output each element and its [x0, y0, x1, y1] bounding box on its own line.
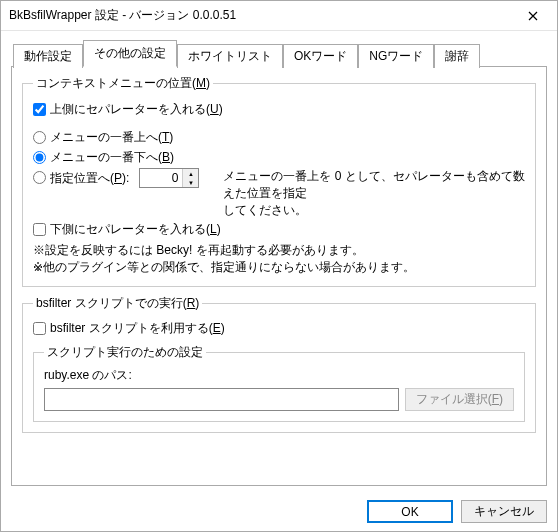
ruby-path-label: ruby.exe のパス:	[44, 367, 514, 384]
close-button[interactable]	[510, 1, 555, 30]
radio-menu-top[interactable]	[33, 131, 46, 144]
ok-button[interactable]: OK	[367, 500, 453, 523]
label-menu-bottom: メニューの一番下へ(B)	[50, 149, 174, 166]
checkbox-upper-separator[interactable]	[33, 103, 46, 116]
tab-page-other-settings: コンテキストメニューの位置(M) 上側にセパレーターを入れる(U) メニューの一…	[11, 66, 547, 486]
close-icon	[528, 11, 538, 21]
tab-strip: 動作設定 その他の設定 ホワイトリスト OKワード NGワード 謝辞	[13, 39, 547, 66]
checkbox-use-bsfilter-script[interactable]	[33, 322, 46, 335]
label-specified-position: 指定位置へ(P):	[50, 170, 129, 187]
tab-thanks[interactable]: 謝辞	[434, 44, 480, 68]
tab-ok-word[interactable]: OKワード	[283, 44, 358, 68]
position-spinner-down[interactable]: ▼	[183, 178, 198, 187]
label-upper-separator: 上側にセパレーターを入れる(U)	[50, 101, 223, 118]
group-script-exec-legend: スクリプト実行のための設定	[44, 344, 206, 361]
position-spinner-up[interactable]: ▲	[183, 169, 198, 178]
browse-file-button[interactable]: ファイル選択(F)	[405, 388, 514, 411]
tab-other-settings[interactable]: その他の設定	[83, 40, 177, 67]
label-menu-top: メニューの一番上へ(T)	[50, 129, 173, 146]
label-lower-separator: 下側にセパレーターを入れる(L)	[50, 221, 221, 238]
position-hint: メニューの一番上を 0 として、セパレーターも含めて数えた位置を指定 してくださ…	[223, 168, 525, 218]
tab-ng-word[interactable]: NGワード	[358, 44, 434, 68]
dialog-body: 動作設定 その他の設定 ホワイトリスト OKワード NGワード 謝辞 コンテキス…	[1, 31, 557, 492]
label-use-bsfilter-script: bsfilter スクリプトを利用する(E)	[50, 320, 225, 337]
cancel-button[interactable]: キャンセル	[461, 500, 547, 523]
checkbox-lower-separator[interactable]	[33, 223, 46, 236]
radio-specified-position[interactable]	[33, 171, 46, 184]
group-context-legend: コンテキストメニューの位置(M)	[33, 75, 213, 92]
dialog-window: BkBsfilWrapper 設定 - バージョン 0.0.0.51 動作設定 …	[0, 0, 558, 532]
titlebar: BkBsfilWrapper 設定 - バージョン 0.0.0.51	[1, 1, 557, 31]
dialog-footer: OK キャンセル	[1, 492, 557, 531]
position-spinner-input[interactable]	[140, 169, 182, 187]
group-script-legend: bsfilter スクリプトでの実行(R)	[33, 295, 202, 312]
group-script-exec-settings: スクリプト実行のための設定 ruby.exe のパス: ファイル選択(F)	[33, 344, 525, 422]
tab-whitelist[interactable]: ホワイトリスト	[177, 44, 283, 68]
position-spinner: ▲ ▼	[139, 168, 199, 188]
window-title: BkBsfilWrapper 設定 - バージョン 0.0.0.51	[9, 7, 510, 24]
context-note: ※設定を反映するには Becky! を再起動する必要があります。 ※他のプラグイ…	[33, 242, 525, 276]
radio-menu-bottom[interactable]	[33, 151, 46, 164]
ruby-path-input[interactable]	[44, 388, 399, 411]
tab-operation[interactable]: 動作設定	[13, 44, 83, 68]
group-bsfilter-script: bsfilter スクリプトでの実行(R) bsfilter スクリプトを利用す…	[22, 295, 536, 433]
group-context-menu-position: コンテキストメニューの位置(M) 上側にセパレーターを入れる(U) メニューの一…	[22, 75, 536, 287]
